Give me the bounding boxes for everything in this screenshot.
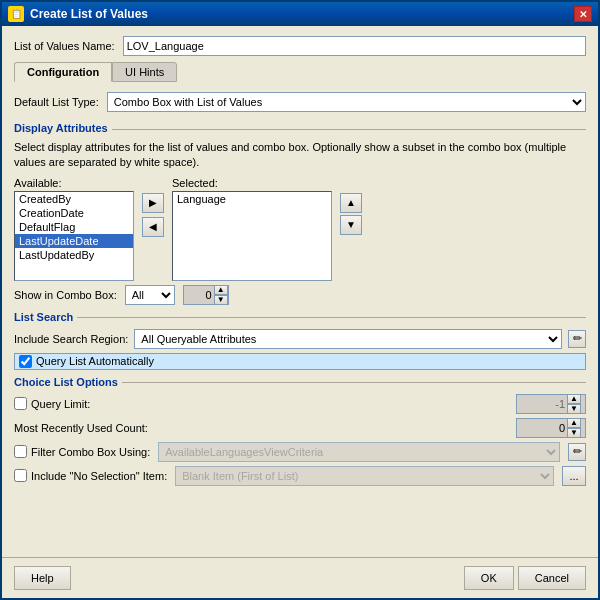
list-search-title: List Search bbox=[14, 311, 73, 323]
selected-column: Selected: Language bbox=[172, 177, 332, 281]
window-title: Create List of Values bbox=[30, 7, 148, 21]
available-item-creationdate[interactable]: CreationDate bbox=[15, 206, 133, 220]
combo-spinner-buttons: ▲ ▼ bbox=[214, 285, 228, 305]
most-recently-label: Most Recently Used Count: bbox=[14, 422, 148, 434]
filter-combo-row: Filter Combo Box Using: AvailableLanguag… bbox=[14, 442, 586, 462]
default-list-type-label: Default List Type: bbox=[14, 96, 99, 108]
choice-list-section: Choice List Options Query Limit: -1 ▲ ▼ bbox=[14, 376, 586, 490]
query-auto-row: Query List Automatically bbox=[14, 353, 586, 370]
ok-button[interactable]: OK bbox=[464, 566, 514, 590]
available-label: Available: bbox=[14, 177, 134, 189]
choice-list-divider bbox=[122, 382, 586, 383]
selected-item-language[interactable]: Language bbox=[173, 192, 331, 206]
display-attributes-section: Display Attributes Select display attrib… bbox=[14, 122, 586, 305]
help-button[interactable]: Help bbox=[14, 566, 71, 590]
no-selection-row: Include "No Selection" Item: Blank Item … bbox=[14, 466, 586, 486]
no-selection-select: Blank Item (First of List) bbox=[175, 466, 554, 486]
list-search-divider bbox=[77, 317, 586, 318]
display-attributes-desc: Select display attributes for the list o… bbox=[14, 140, 586, 171]
move-up-button[interactable]: ▲ bbox=[340, 193, 362, 213]
cancel-button[interactable]: Cancel bbox=[518, 566, 586, 590]
move-down-button[interactable]: ▼ bbox=[340, 215, 362, 235]
most-recently-value: 0 bbox=[517, 422, 567, 434]
list-area: Available: CreatedBy CreationDate Defaul… bbox=[14, 177, 586, 281]
show-combo-row: Show in Combo Box: All None Custom 0 ▲ ▼ bbox=[14, 285, 586, 305]
query-limit-value: -1 bbox=[517, 398, 567, 410]
window-icon: 📋 bbox=[8, 6, 24, 22]
remove-button[interactable]: ◀ bbox=[142, 217, 164, 237]
show-combo-select[interactable]: All None Custom bbox=[125, 285, 175, 305]
search-pencil-button[interactable]: ✏ bbox=[568, 330, 586, 348]
query-limit-spinner: -1 ▲ ▼ bbox=[516, 394, 586, 414]
available-listbox[interactable]: CreatedBy CreationDate DefaultFlag LastU… bbox=[14, 191, 134, 281]
lov-name-label: List of Values Name: bbox=[14, 40, 115, 52]
query-limit-checkbox[interactable] bbox=[14, 397, 27, 410]
title-bar: 📋 Create List of Values ✕ bbox=[2, 2, 598, 26]
spinner-down[interactable]: ▼ bbox=[214, 295, 228, 305]
available-item-createdby[interactable]: CreatedBy bbox=[15, 192, 133, 206]
tab-configuration[interactable]: Configuration bbox=[14, 62, 112, 82]
list-search-header: List Search bbox=[14, 311, 586, 325]
list-search-section: List Search Include Search Region: All Q… bbox=[14, 311, 586, 370]
include-search-select[interactable]: All Queryable Attributes bbox=[134, 329, 562, 349]
no-selection-checkbox[interactable] bbox=[14, 469, 27, 482]
query-limit-row: Query Limit: -1 ▲ ▼ bbox=[14, 394, 586, 414]
query-auto-checkbox[interactable] bbox=[19, 355, 32, 368]
main-content: List of Values Name: Configuration UI Hi… bbox=[2, 26, 598, 557]
tab-strip: Configuration UI Hints bbox=[14, 62, 586, 82]
selected-label: Selected: bbox=[172, 177, 332, 189]
no-selection-dots-btn[interactable]: ... bbox=[562, 466, 586, 486]
most-recently-spinner: 0 ▲ ▼ bbox=[516, 418, 586, 438]
query-limit-up[interactable]: ▲ bbox=[567, 394, 581, 404]
filter-combo-checkbox[interactable] bbox=[14, 445, 27, 458]
query-auto-label[interactable]: Query List Automatically bbox=[14, 353, 586, 370]
available-item-defaultflag[interactable]: DefaultFlag bbox=[15, 220, 133, 234]
close-button[interactable]: ✕ bbox=[574, 6, 592, 22]
available-item-lastupdatedate[interactable]: LastUpdateDate bbox=[15, 234, 133, 248]
transfer-arrows: ▶ ◀ bbox=[142, 193, 164, 237]
show-combo-label: Show in Combo Box: bbox=[14, 289, 117, 301]
most-recently-row: Most Recently Used Count: 0 ▲ ▼ bbox=[14, 418, 586, 438]
selected-listbox[interactable]: Language bbox=[172, 191, 332, 281]
choice-list-header: Choice List Options bbox=[14, 376, 586, 390]
filter-combo-select: AvailableLanguagesViewCriteria bbox=[158, 442, 560, 462]
query-limit-checkbox-label[interactable]: Query Limit: bbox=[14, 397, 90, 410]
lov-name-input[interactable] bbox=[123, 36, 586, 56]
filter-combo-pencil[interactable]: ✏ bbox=[568, 443, 586, 461]
no-selection-checkbox-label[interactable]: Include "No Selection" Item: bbox=[14, 469, 167, 482]
display-attributes-divider bbox=[112, 129, 586, 130]
default-list-type-select[interactable]: Combo Box with List of Values bbox=[107, 92, 586, 112]
available-column: Available: CreatedBy CreationDate Defaul… bbox=[14, 177, 134, 281]
most-recently-up[interactable]: ▲ bbox=[567, 418, 581, 428]
include-search-label: Include Search Region: bbox=[14, 333, 128, 345]
most-recently-spinner-btns: ▲ ▼ bbox=[567, 418, 581, 438]
lov-name-row: List of Values Name: bbox=[14, 36, 586, 56]
order-buttons: ▲ ▼ bbox=[340, 193, 362, 235]
tab-ui-hints[interactable]: UI Hints bbox=[112, 62, 177, 82]
query-limit-spinner-btns: ▲ ▼ bbox=[567, 394, 581, 414]
display-attributes-title: Display Attributes bbox=[14, 122, 108, 134]
choice-list-title: Choice List Options bbox=[14, 376, 118, 388]
display-attributes-header: Display Attributes bbox=[14, 122, 586, 136]
spinner-up[interactable]: ▲ bbox=[214, 285, 228, 295]
query-limit-down[interactable]: ▼ bbox=[567, 404, 581, 414]
most-recently-down[interactable]: ▼ bbox=[567, 428, 581, 438]
bottom-bar: Help OK Cancel bbox=[2, 557, 598, 598]
search-region-row: Include Search Region: All Queryable Att… bbox=[14, 329, 586, 349]
filter-combo-checkbox-label[interactable]: Filter Combo Box Using: bbox=[14, 445, 150, 458]
combo-spinner: 0 ▲ ▼ bbox=[183, 285, 229, 305]
available-item-lastupdatedby[interactable]: LastUpdatedBy bbox=[15, 248, 133, 262]
default-list-type-row: Default List Type: Combo Box with List o… bbox=[14, 92, 586, 112]
dialog-window: 📋 Create List of Values ✕ List of Values… bbox=[0, 0, 600, 600]
combo-spinner-value: 0 bbox=[184, 289, 214, 301]
add-button[interactable]: ▶ bbox=[142, 193, 164, 213]
